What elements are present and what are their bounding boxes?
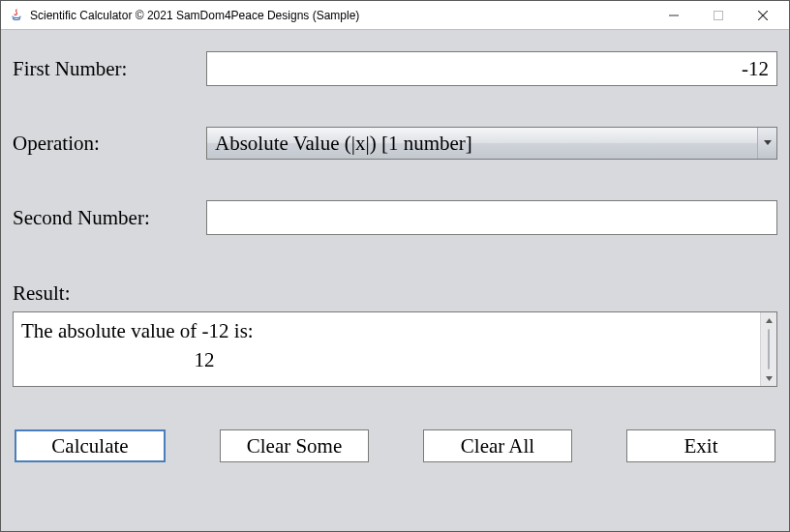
second-number-input[interactable] (206, 200, 777, 235)
svg-marker-5 (766, 318, 773, 323)
calculate-button[interactable]: Calculate (15, 429, 166, 462)
svg-marker-6 (766, 376, 773, 381)
exit-button[interactable]: Exit (626, 429, 775, 462)
second-number-row: Second Number: (13, 200, 777, 235)
content-panel: First Number: Operation: Absolute Value … (1, 30, 789, 531)
button-row: Calculate Clear Some Clear All Exit (13, 429, 777, 462)
clear-all-button[interactable]: Clear All (423, 429, 572, 462)
result-scrollbar[interactable] (760, 312, 776, 386)
operation-label: Operation: (13, 132, 206, 156)
scroll-thumb[interactable] (768, 329, 770, 369)
chevron-down-icon[interactable] (757, 128, 776, 159)
titlebar: Scientific Calculator © 2021 SamDom4Peac… (1, 1, 789, 30)
scroll-up-icon[interactable] (761, 312, 776, 328)
svg-rect-1 (714, 11, 723, 19)
window-title: Scientific Calculator © 2021 SamDom4Peac… (30, 9, 359, 22)
scroll-down-icon[interactable] (761, 370, 776, 386)
clear-some-button[interactable]: Clear Some (220, 429, 369, 462)
operation-row: Operation: Absolute Value (|x|) [1 numbe… (13, 127, 777, 160)
second-number-label: Second Number: (13, 206, 206, 230)
result-label: Result: (13, 281, 206, 306)
first-number-input[interactable] (206, 51, 777, 86)
close-button[interactable] (741, 1, 785, 30)
app-window: Scientific Calculator © 2021 SamDom4Peac… (0, 0, 790, 532)
operation-combo[interactable]: Absolute Value (|x|) [1 number] (206, 127, 777, 160)
java-icon (9, 8, 24, 23)
operation-selected-text: Absolute Value (|x|) [1 number] (215, 132, 472, 156)
result-textarea[interactable]: The absolute value of -12 is: 12 (14, 312, 760, 386)
svg-marker-4 (764, 140, 772, 145)
minimize-button[interactable] (652, 1, 696, 30)
result-area: The absolute value of -12 is: 12 (13, 311, 777, 387)
maximize-button[interactable] (696, 1, 741, 30)
first-number-row: First Number: (13, 51, 777, 86)
first-number-label: First Number: (13, 57, 206, 81)
